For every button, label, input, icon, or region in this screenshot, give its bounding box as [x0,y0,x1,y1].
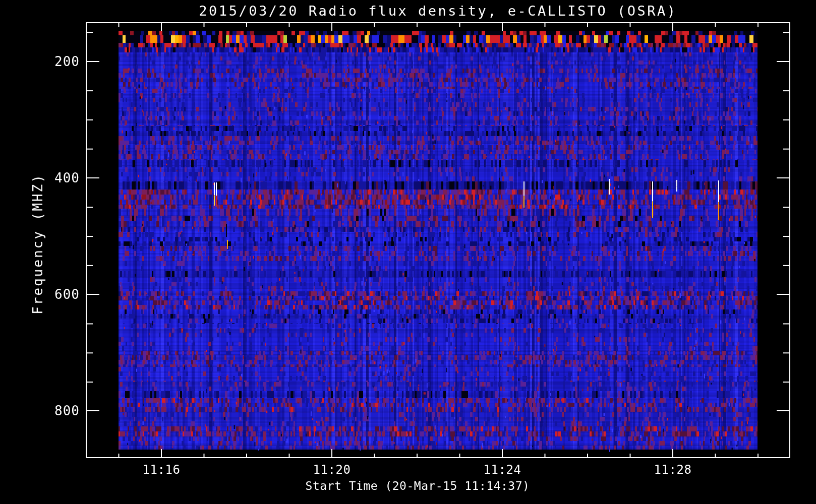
spectrogram-canvas [0,0,816,504]
x-tick-label-1128: 11:28 [637,463,708,477]
x-tick-label-1116: 11:16 [126,463,197,477]
spectrogram-page: 2015/03/20 Radio flux density, e-CALLIST… [0,0,816,504]
x-tick-label-1120: 11:20 [297,463,367,477]
plot-title: 2015/03/20 Radio flux density, e-CALLIST… [86,3,790,19]
y-tick-label-200: 200 [20,54,80,69]
y-tick-label-600: 600 [20,287,80,302]
y-tick-label-400: 400 [20,170,80,185]
x-axis-title: Start Time (20-Mar-15 11:14:37) [216,479,619,492]
x-tick-label-1124: 11:24 [467,463,538,477]
y-tick-label-800: 800 [20,403,80,418]
